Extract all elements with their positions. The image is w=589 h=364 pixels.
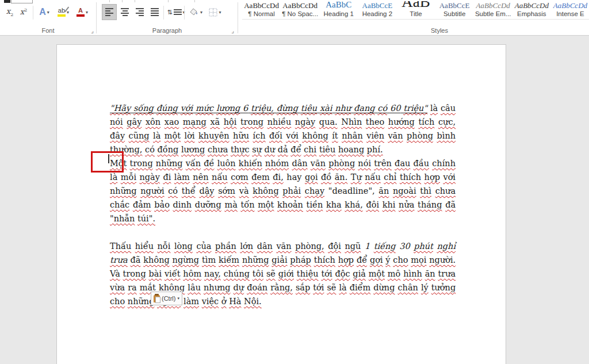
align-center-button[interactable] [118, 5, 132, 20]
subscript-button[interactable]: x2 [3, 5, 16, 20]
document-canvas: "Hãy sống đúng với mức lương 6 triệu, đừ… [0, 36, 589, 364]
chevron-down-icon: ▾ [86, 10, 88, 15]
borders-button[interactable]: ▾ [206, 5, 224, 20]
style-preview: AaBbCcDd [281, 1, 319, 9]
style-preview: AaBbC [319, 1, 358, 9]
annotation-red-rectangle [91, 151, 124, 173]
font-dialog-launcher-icon[interactable]: ⌟ [91, 28, 94, 34]
chevron-down-icon: ▾ [177, 296, 179, 301]
paragraph: "Hãy sống đúng với mức lương 6 triệu, đừ… [110, 101, 456, 156]
style-preview: AaB [396, 1, 435, 9]
style-item-1[interactable]: AaBbCcDd¶ No Spac... [281, 0, 319, 20]
clipboard-icon [154, 295, 160, 302]
paste-options-label: (Ctrl) [162, 295, 175, 302]
text-effects-icon: A [39, 7, 46, 17]
divider [163, 6, 164, 20]
style-preview: AaBbCcDd [474, 1, 512, 9]
style-label: Emphasis [512, 9, 551, 20]
cutoff-tick [135, 0, 135, 2]
chevron-down-icon: ▾ [200, 10, 202, 15]
style-item-4[interactable]: AaBTitle [396, 0, 435, 20]
paragraph: Một trong những vấn đề luôn khiến nhóm d… [110, 156, 456, 225]
text-run: "deadline", [328, 186, 379, 196]
shading-bucket-icon [190, 8, 199, 17]
style-item-2[interactable]: AaBbCHeading 1 [319, 0, 358, 20]
paragraph-dialog-launcher-icon[interactable]: ⌟ [231, 28, 234, 34]
chevron-down-icon: ▾ [67, 10, 69, 15]
style-preview: AaBbCcDd [242, 1, 281, 9]
font-group: x2 x2 A ▾ ab ▾ A ▾ Font ⌟ [0, 0, 96, 36]
style-item-0[interactable]: AaBbCcDd¶ Normal [242, 0, 281, 20]
chevron-down-icon: ▾ [47, 10, 49, 15]
style-item-3[interactable]: AaBbCcEHeading 2 [358, 0, 396, 20]
line-spacing-icon: ⇅ [167, 9, 181, 16]
align-right-icon [136, 8, 144, 16]
divider [184, 6, 185, 20]
line-spacing-button[interactable]: ⇅ ▾ [166, 5, 186, 20]
text-run: Thấu hiểu nỗi lòng của phần lớn dân văn … [110, 242, 365, 251]
style-item-5[interactable]: AaBbCcESubtitle [435, 0, 474, 20]
superscript-icon: x2 [20, 7, 27, 16]
cutoff-tick [194, 0, 195, 2]
styles-group: AaBbCcDd¶ NormalAaBbCcDd¶ No Spac...AaBb… [238, 0, 589, 36]
text-effects-button[interactable]: A ▾ [36, 5, 53, 20]
chevron-down-icon: ▾ [219, 10, 221, 15]
align-left-button[interactable] [102, 5, 116, 20]
cutoff-tick [122, 0, 123, 2]
borders-icon [209, 8, 217, 17]
style-label: Subtle Em... [474, 9, 512, 20]
style-label: Subtitle [435, 9, 474, 20]
style-item-6[interactable]: AaBbCcDdSubtle Em... [474, 0, 512, 20]
style-preview: AaBbCcDd [551, 1, 589, 9]
align-center-icon [121, 8, 129, 16]
style-preview: AaBbCcE [435, 1, 474, 9]
text-cursor-caret [108, 154, 109, 163]
font-group-label: Font [0, 27, 96, 34]
style-label: ¶ Normal [242, 9, 281, 20]
divider [33, 6, 33, 20]
highlight-icon: ab [58, 7, 66, 17]
style-label: Intense E [551, 9, 589, 20]
font-color-icon: A [77, 7, 85, 17]
styles-group-label: Styles [405, 27, 474, 34]
ribbon: x2 x2 A ▾ ab ▾ A ▾ Font ⌟ [0, 0, 589, 36]
cutoff-tick [109, 0, 110, 2]
paragraph [110, 225, 456, 239]
paste-options-button[interactable]: (Ctrl) ▾ [151, 292, 182, 305]
justify-icon [151, 8, 159, 16]
text-run: "Hãy sống đúng với mức lương 6 triệu, đừ… [110, 104, 427, 113]
style-label: ¶ No Spac... [281, 9, 319, 20]
highlight-color-button[interactable]: ab ▾ [55, 5, 72, 20]
subscript-icon: x2 [6, 7, 13, 17]
font-color-button[interactable]: A ▾ [74, 5, 91, 20]
style-label: Heading 1 [319, 9, 358, 20]
document-text[interactable]: "Hãy sống đúng với mức lương 6 triệu, đừ… [110, 101, 456, 308]
style-item-7[interactable]: AaBbCcDdEmphasis [512, 0, 551, 20]
document-page[interactable]: "Hãy sống đúng với mức lương 6 triệu, đừ… [56, 44, 506, 364]
style-preview: AaBbCcDd [512, 1, 551, 9]
superscript-button[interactable]: x2 [17, 5, 30, 20]
justify-button[interactable] [148, 5, 162, 20]
paragraph-group: ⇅ ▾ ▾ ▾ Paragraph ⌟ [97, 0, 238, 36]
style-preview: AaBbCcE [358, 1, 396, 9]
align-right-button[interactable] [133, 5, 147, 20]
align-left-icon [105, 8, 113, 16]
style-item-8[interactable]: AaBbCcDdIntense E [551, 0, 589, 20]
style-label: Heading 2 [358, 9, 396, 20]
styles-gallery: AaBbCcDd¶ NormalAaBbCcDd¶ No Spac...AaBb… [242, 0, 589, 20]
paragraph-group-label: Paragraph [97, 27, 238, 34]
shading-button[interactable]: ▾ [187, 5, 205, 20]
cutoff-tick [168, 0, 169, 2]
style-label: Title [396, 9, 435, 20]
